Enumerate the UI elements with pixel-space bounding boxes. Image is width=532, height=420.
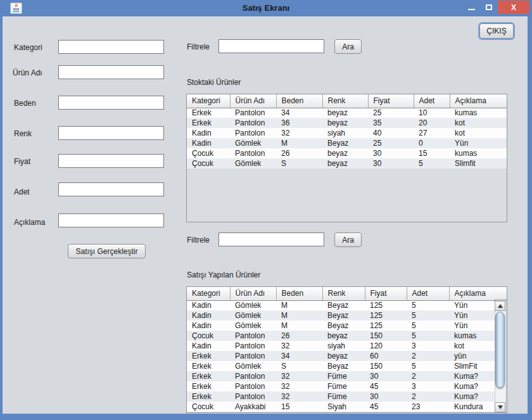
aciklama-field[interactable] — [58, 213, 164, 227]
table-cell: 5 — [407, 331, 449, 341]
table-cell: Pantolon — [230, 148, 276, 158]
table-cell: Kadin — [187, 341, 230, 351]
column-header[interactable]: Ürün Adı — [230, 94, 276, 108]
vertical-scrollbar[interactable] — [495, 301, 505, 412]
table-cell: 32 — [276, 391, 322, 402]
sell-button[interactable]: Satışı Gerçekleştir — [68, 244, 146, 258]
table-cell: S — [276, 158, 322, 169]
sales-search-button[interactable]: Ara — [334, 232, 362, 247]
table-cell: 125 — [365, 321, 407, 331]
kategori-field[interactable] — [58, 40, 164, 54]
table-row[interactable]: ErkekPantolon36beyaz3520kot — [187, 118, 507, 128]
stock-filter-input[interactable] — [218, 39, 324, 53]
table-row[interactable]: KadinGömlekMBeyaz1255Yün — [187, 300, 495, 310]
column-header[interactable]: Fiyat — [368, 94, 414, 108]
column-header[interactable]: Kategori — [187, 94, 230, 108]
table-cell: 23 — [407, 402, 449, 412]
table-cell: Gömlek — [230, 138, 276, 148]
title-bar: Satış Ekranı X — [0, 0, 532, 16]
table-row[interactable]: ErkekPantolon32Füme302Kuma? — [187, 371, 495, 381]
stock-table: Kategori Ürün Adı Beden Renk Fiyat Adet … — [186, 94, 507, 222]
column-header[interactable]: Ürün Adı — [230, 287, 276, 300]
stock-table-header: Kategori Ürün Adı Beden Renk Fiyat Adet … — [187, 94, 507, 108]
table-row[interactable]: KadinGömlekMBeyaz1255Yün — [187, 321, 495, 331]
field-label-adet: Adet — [14, 188, 30, 196]
column-header[interactable]: Kategori — [187, 287, 230, 300]
column-header[interactable]: Beden — [276, 94, 322, 108]
maximize-button[interactable] — [481, 0, 497, 14]
sales-filter-input[interactable] — [218, 232, 324, 246]
table-cell: 25 — [368, 138, 414, 148]
table-cell: Beyaz — [322, 321, 365, 331]
close-button[interactable]: X — [498, 1, 529, 14]
table-cell: 32 — [276, 128, 322, 138]
table-cell: kumas — [450, 108, 507, 118]
scrollbar-thumb[interactable] — [495, 312, 505, 388]
column-header[interactable]: Açıklama — [450, 94, 507, 108]
table-row[interactable]: KadinPantolon32siyah4027kot — [187, 128, 507, 138]
table-row[interactable]: KadinGömlekMBeyaz1255Yün — [187, 310, 495, 321]
beden-field[interactable] — [58, 96, 164, 110]
table-cell: Yün — [450, 138, 507, 148]
table-cell: 30 — [365, 371, 407, 381]
stock-search-button[interactable]: Ara — [334, 39, 362, 54]
table-cell: yün — [449, 351, 495, 361]
urun-adi-field[interactable] — [58, 65, 164, 79]
table-cell: beyaz — [322, 158, 368, 169]
table-cell: 20 — [414, 118, 450, 128]
table-cell: kot — [450, 128, 507, 138]
table-cell: beyaz — [322, 118, 368, 128]
table-cell: Beyaz — [322, 138, 368, 148]
table-cell: beyaz — [322, 351, 365, 361]
table-row[interactable]: ErkekPantolon34beyaz2510kumas — [187, 108, 507, 118]
table-cell: 26 — [276, 331, 322, 341]
exit-button[interactable]: ÇIKIŞ — [479, 23, 514, 39]
table-row[interactable]: ÇocukPantolon26beyaz1505kumas — [187, 331, 495, 341]
column-header[interactable]: Adet — [407, 287, 449, 300]
scroll-up-button[interactable] — [495, 301, 505, 311]
table-cell: Slimfit — [450, 158, 507, 169]
minimize-button[interactable] — [464, 0, 479, 14]
arrow-down-icon — [498, 405, 503, 409]
column-header[interactable]: Renk — [322, 94, 368, 108]
column-header[interactable]: Renk — [322, 287, 365, 300]
field-label-aciklama: Açıklama — [14, 218, 45, 227]
table-cell: 27 — [414, 128, 450, 138]
table-cell: Yün — [449, 321, 495, 331]
table-cell: 15 — [276, 402, 322, 412]
table-row[interactable]: ÇocukAyakkabi15Siyah4523Kundura — [187, 402, 495, 412]
table-cell: beyaz — [322, 148, 368, 158]
table-cell: 30 — [368, 148, 414, 158]
table-cell: 32 — [276, 381, 322, 391]
close-icon: X — [511, 3, 516, 12]
scroll-down-button[interactable] — [495, 402, 505, 412]
adet-field[interactable] — [58, 182, 164, 196]
column-header[interactable]: Fiyat — [365, 287, 407, 300]
table-row[interactable]: KadinGömlekMBeyaz250Yün — [187, 138, 507, 148]
table-row[interactable]: ÇocukPantolon26beyaz3015kumas — [187, 148, 507, 158]
fiyat-field[interactable] — [58, 154, 164, 168]
table-cell: Kundura — [449, 402, 495, 412]
table-cell: Pantolon — [230, 128, 276, 138]
table-row[interactable]: ErkekPantolon32Füme302Kuma? — [187, 391, 495, 402]
table-cell: 125 — [365, 310, 407, 321]
table-cell: Pantolon — [230, 351, 276, 361]
table-cell: Gömlek — [230, 321, 276, 331]
table-cell: Beyaz — [322, 310, 365, 321]
sales-section-title: Satışı Yapılan Ürünler — [187, 270, 260, 279]
column-header[interactable]: Açıklama — [449, 287, 495, 300]
column-header[interactable]: Beden — [276, 287, 322, 300]
table-cell: Pantolon — [230, 108, 276, 118]
table-cell: Pantolon — [230, 331, 276, 341]
renk-field[interactable] — [58, 126, 164, 140]
table-row[interactable]: ErkekPantolon32Füme453Kuma? — [187, 381, 495, 391]
table-cell: 3 — [407, 341, 449, 351]
table-cell: kot — [449, 341, 495, 351]
table-cell: 2 — [407, 391, 449, 402]
table-row[interactable]: ÇocukGömlekSbeyaz305Slimfit — [187, 158, 507, 169]
column-header[interactable]: Adet — [414, 94, 450, 108]
table-row[interactable]: ErkekPantolon34beyaz602yün — [187, 351, 495, 361]
table-row[interactable]: ErkekGömlekSBeyaz1505SlimFit — [187, 361, 495, 371]
sales-table-header: Kategori Ürün Adı Beden Renk Fiyat Adet … — [187, 287, 495, 300]
table-row[interactable]: KadinPantolon32siyah1203kot — [187, 341, 495, 351]
